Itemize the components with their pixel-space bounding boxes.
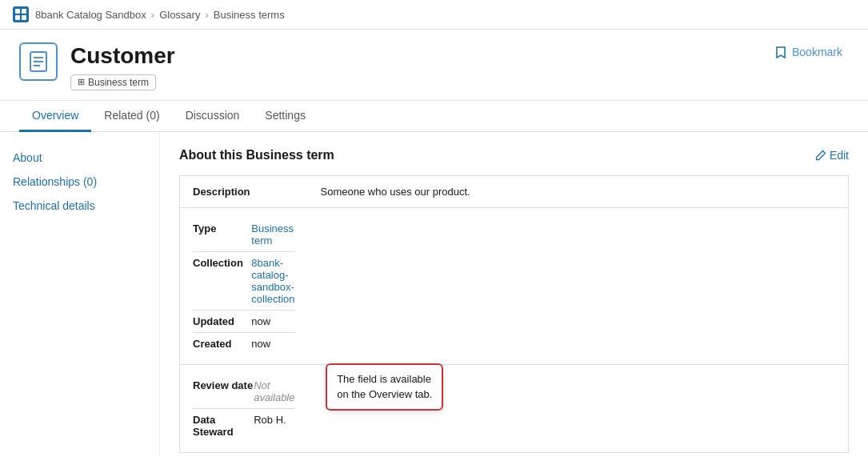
badge-label: Business term <box>88 77 149 88</box>
field-label-type: Type <box>193 218 251 252</box>
header-area: Customer ⊞ Business term Bookmark <box>0 30 868 101</box>
sidebar-link-relationships[interactable]: Relationships (0) <box>13 175 146 188</box>
breadcrumb-app[interactable]: 8bank Catalog Sandbox <box>35 9 146 21</box>
field-value-description: Someone who uses our product. <box>308 175 849 207</box>
main-content: About this Business term Edit Descriptio… <box>160 132 868 457</box>
breadcrumb-sep-1: › <box>151 9 154 21</box>
field-label-data-steward: Data Steward <box>193 408 254 443</box>
app-logo-icon <box>13 6 29 22</box>
svg-rect-4 <box>22 15 26 20</box>
section-title: About this Business term <box>179 148 334 162</box>
bookmark-button[interactable]: Bookmark <box>768 42 849 62</box>
asset-icon <box>19 42 58 81</box>
field-value-type[interactable]: Business term <box>251 218 294 252</box>
tab-discussion[interactable]: Discussion <box>173 101 253 132</box>
bookmark-label: Bookmark <box>792 46 842 58</box>
page-title: Customer <box>70 42 175 70</box>
field-value-collection[interactable]: 8bank-catalog-sandbox-collection <box>251 251 294 310</box>
svg-rect-3 <box>15 15 20 20</box>
svg-rect-0 <box>13 6 29 22</box>
table-row: Type Business term Collection 8bank-cata… <box>180 207 849 364</box>
edit-label: Edit <box>830 149 849 162</box>
header-title-block: Customer ⊞ Business term <box>70 42 175 90</box>
tabs-bar: Overview Related (0) Discussion Settings <box>0 101 868 132</box>
tooltip-box: The field is availableon the Overview ta… <box>326 363 443 411</box>
top-bar: 8bank Catalog Sandbox › Glossary › Busin… <box>0 0 868 30</box>
field-value-review-date: Not available The field is availableon t… <box>254 375 294 409</box>
tab-overview[interactable]: Overview <box>19 101 91 132</box>
field-label-collection: Collection <box>193 251 251 310</box>
sidebar: About Relationships (0) Technical detail… <box>0 132 160 457</box>
field-value-updated: now <box>251 310 294 332</box>
breadcrumb-sep-2: › <box>205 9 208 21</box>
header-left: Customer ⊞ Business term <box>19 42 175 90</box>
table-row: Review date Not available The field is a… <box>180 364 849 452</box>
document-lines-icon <box>27 50 50 73</box>
section-header: About this Business term Edit <box>179 148 849 162</box>
field-label-review-date: Review date <box>193 375 254 409</box>
badge-icon: ⊞ <box>78 77 85 87</box>
info-table: Description Someone who uses our product… <box>179 175 849 453</box>
svg-rect-2 <box>22 9 26 14</box>
review-date-value: Not available <box>254 379 294 403</box>
breadcrumb-current: Business terms <box>214 9 285 21</box>
field-label-description: Description <box>180 175 308 207</box>
sidebar-link-technical[interactable]: Technical details <box>13 199 146 212</box>
field-value-created: now <box>251 332 294 355</box>
table-row: Description Someone who uses our product… <box>180 175 849 207</box>
breadcrumb-section[interactable]: Glossary <box>159 9 200 21</box>
field-label-updated: Updated <box>193 310 251 332</box>
field-label-created: Created <box>193 332 251 355</box>
sidebar-link-about[interactable]: About <box>13 151 146 164</box>
tab-settings[interactable]: Settings <box>252 101 318 132</box>
bookmark-icon <box>774 46 787 58</box>
edit-icon <box>815 150 826 161</box>
asset-type-badge: ⊞ Business term <box>70 74 156 90</box>
field-value-data-steward: Rob H. <box>254 408 294 443</box>
svg-rect-1 <box>15 9 20 14</box>
edit-button[interactable]: Edit <box>815 149 849 162</box>
content-area: About Relationships (0) Technical detail… <box>0 132 868 457</box>
tab-related[interactable]: Related (0) <box>91 101 172 132</box>
breadcrumb: 8bank Catalog Sandbox › Glossary › Busin… <box>35 9 285 21</box>
